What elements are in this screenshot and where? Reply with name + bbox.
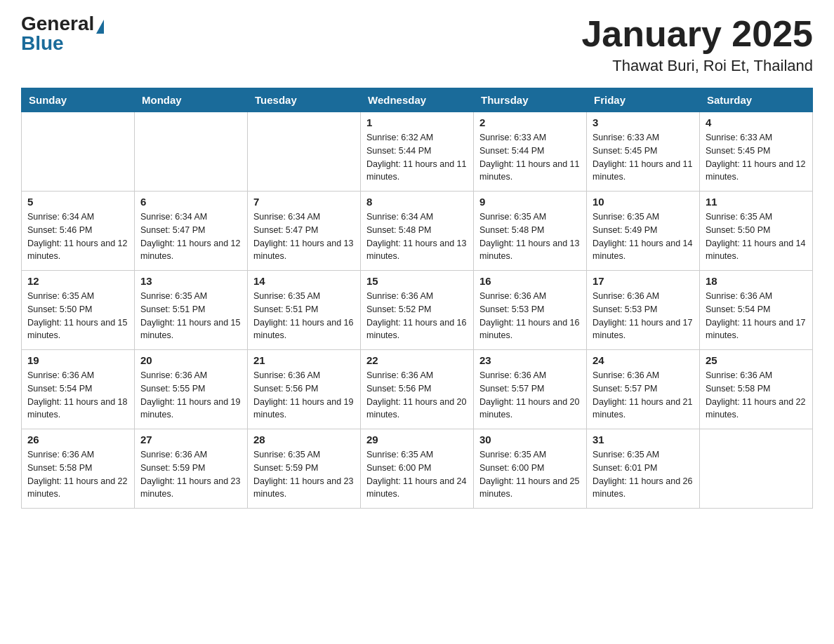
daylight-text: Daylight: 11 hours and 23 minutes.: [253, 475, 355, 502]
day-number: 15: [366, 275, 468, 287]
day-number: 4: [706, 116, 807, 128]
day-number: 6: [140, 196, 241, 208]
day-number: 3: [593, 116, 694, 128]
day-number: 9: [479, 196, 581, 208]
logo-triangle-icon: [96, 20, 104, 34]
sunset-text: Sunset: 5:57 PM: [593, 382, 694, 396]
page-title: January 2025: [581, 14, 813, 54]
sunset-text: Sunset: 5:52 PM: [366, 303, 468, 316]
sunrise-text: Sunrise: 6:35 AM: [140, 290, 241, 303]
table-row: 21Sunrise: 6:36 AMSunset: 5:56 PMDayligh…: [248, 350, 361, 429]
day-number: 31: [593, 434, 694, 445]
daylight-text: Daylight: 11 hours and 19 minutes.: [253, 396, 355, 422]
sunrise-text: Sunrise: 6:33 AM: [479, 131, 581, 145]
table-row: 20Sunrise: 6:36 AMSunset: 5:55 PMDayligh…: [135, 350, 248, 429]
table-row: 5Sunrise: 6:34 AMSunset: 5:46 PMDaylight…: [22, 192, 135, 271]
table-row: 15Sunrise: 6:36 AMSunset: 5:52 PMDayligh…: [361, 271, 474, 350]
sunset-text: Sunset: 5:49 PM: [593, 224, 694, 237]
table-row: 27Sunrise: 6:36 AMSunset: 5:59 PMDayligh…: [135, 429, 248, 509]
day-number: 16: [479, 275, 581, 287]
day-info: Sunrise: 6:34 AMSunset: 5:47 PMDaylight:…: [253, 210, 355, 263]
sunset-text: Sunset: 5:44 PM: [366, 145, 468, 158]
sunset-text: Sunset: 5:59 PM: [253, 462, 355, 475]
table-row: 13Sunrise: 6:35 AMSunset: 5:51 PMDayligh…: [135, 271, 248, 350]
day-info: Sunrise: 6:35 AMSunset: 5:48 PMDaylight:…: [479, 210, 581, 263]
daylight-text: Daylight: 11 hours and 23 minutes.: [140, 475, 241, 502]
table-row: [135, 112, 248, 192]
day-number: 17: [593, 275, 694, 287]
sunrise-text: Sunrise: 6:34 AM: [140, 210, 241, 224]
day-number: 8: [366, 196, 468, 208]
sunset-text: Sunset: 5:51 PM: [140, 303, 241, 316]
table-row: [700, 429, 813, 509]
daylight-text: Daylight: 11 hours and 16 minutes.: [253, 316, 355, 343]
sunset-text: Sunset: 5:50 PM: [27, 303, 128, 316]
day-number: 21: [253, 354, 355, 366]
daylight-text: Daylight: 11 hours and 16 minutes.: [479, 316, 581, 343]
col-monday: Monday: [135, 88, 248, 112]
sunset-text: Sunset: 5:47 PM: [253, 224, 355, 237]
calendar-table: Sunday Monday Tuesday Wednesday Thursday…: [21, 88, 813, 509]
sunrise-text: Sunrise: 6:35 AM: [366, 448, 468, 462]
sunrise-text: Sunrise: 6:36 AM: [479, 290, 581, 303]
daylight-text: Daylight: 11 hours and 11 minutes.: [593, 158, 694, 185]
table-row: 25Sunrise: 6:36 AMSunset: 5:58 PMDayligh…: [700, 350, 813, 429]
day-info: Sunrise: 6:36 AMSunset: 5:55 PMDaylight:…: [140, 369, 241, 422]
daylight-text: Daylight: 11 hours and 20 minutes.: [479, 396, 581, 422]
sunset-text: Sunset: 5:53 PM: [593, 303, 694, 316]
table-row: 4Sunrise: 6:33 AMSunset: 5:45 PMDaylight…: [700, 112, 813, 192]
table-row: [248, 112, 361, 192]
day-number: 1: [366, 116, 468, 128]
col-wednesday: Wednesday: [361, 88, 474, 112]
sunrise-text: Sunrise: 6:33 AM: [706, 131, 807, 145]
page-subtitle: Thawat Buri, Roi Et, Thailand: [581, 57, 813, 75]
day-info: Sunrise: 6:34 AMSunset: 5:48 PMDaylight:…: [366, 210, 468, 263]
daylight-text: Daylight: 11 hours and 14 minutes.: [593, 237, 694, 264]
sunrise-text: Sunrise: 6:36 AM: [706, 290, 807, 303]
sunset-text: Sunset: 5:45 PM: [706, 145, 807, 158]
sunrise-text: Sunrise: 6:36 AM: [593, 369, 694, 382]
sunset-text: Sunset: 5:44 PM: [479, 145, 581, 158]
daylight-text: Daylight: 11 hours and 18 minutes.: [27, 396, 128, 422]
sunset-text: Sunset: 5:48 PM: [366, 224, 468, 237]
table-row: 6Sunrise: 6:34 AMSunset: 5:47 PMDaylight…: [135, 192, 248, 271]
sunrise-text: Sunrise: 6:35 AM: [479, 448, 581, 462]
table-row: 9Sunrise: 6:35 AMSunset: 5:48 PMDaylight…: [474, 192, 587, 271]
sunset-text: Sunset: 6:00 PM: [366, 462, 468, 475]
sunrise-text: Sunrise: 6:36 AM: [479, 369, 581, 382]
day-number: 10: [593, 196, 694, 208]
daylight-text: Daylight: 11 hours and 17 minutes.: [593, 316, 694, 343]
sunrise-text: Sunrise: 6:34 AM: [253, 210, 355, 224]
day-info: Sunrise: 6:36 AMSunset: 5:58 PMDaylight:…: [27, 448, 128, 501]
page-header: General Blue January 2025 Thawat Buri, R…: [21, 14, 813, 75]
sunrise-text: Sunrise: 6:36 AM: [27, 448, 128, 462]
sunrise-text: Sunrise: 6:35 AM: [593, 448, 694, 462]
day-info: Sunrise: 6:36 AMSunset: 5:58 PMDaylight:…: [706, 369, 807, 422]
sunrise-text: Sunrise: 6:32 AM: [366, 131, 468, 145]
calendar-week-row: 26Sunrise: 6:36 AMSunset: 5:58 PMDayligh…: [22, 429, 813, 509]
day-info: Sunrise: 6:36 AMSunset: 5:57 PMDaylight:…: [479, 369, 581, 422]
col-friday: Friday: [587, 88, 700, 112]
day-number: 22: [366, 354, 468, 366]
sunset-text: Sunset: 5:54 PM: [27, 382, 128, 396]
col-sunday: Sunday: [22, 88, 135, 112]
day-info: Sunrise: 6:32 AMSunset: 5:44 PMDaylight:…: [366, 131, 468, 184]
sunrise-text: Sunrise: 6:36 AM: [140, 448, 241, 462]
table-row: 19Sunrise: 6:36 AMSunset: 5:54 PMDayligh…: [22, 350, 135, 429]
table-row: 3Sunrise: 6:33 AMSunset: 5:45 PMDaylight…: [587, 112, 700, 192]
table-row: 8Sunrise: 6:34 AMSunset: 5:48 PMDaylight…: [361, 192, 474, 271]
day-info: Sunrise: 6:35 AMSunset: 5:59 PMDaylight:…: [253, 448, 355, 501]
daylight-text: Daylight: 11 hours and 21 minutes.: [593, 396, 694, 422]
day-number: 26: [27, 434, 128, 445]
sunrise-text: Sunrise: 6:36 AM: [593, 290, 694, 303]
day-number: 12: [27, 275, 128, 287]
sunset-text: Sunset: 5:46 PM: [27, 224, 128, 237]
day-number: 24: [593, 354, 694, 366]
daylight-text: Daylight: 11 hours and 13 minutes.: [479, 237, 581, 264]
day-info: Sunrise: 6:36 AMSunset: 5:54 PMDaylight:…: [27, 369, 128, 422]
day-info: Sunrise: 6:36 AMSunset: 5:53 PMDaylight:…: [479, 290, 581, 342]
day-number: 7: [253, 196, 355, 208]
table-row: 26Sunrise: 6:36 AMSunset: 5:58 PMDayligh…: [22, 429, 135, 509]
daylight-text: Daylight: 11 hours and 15 minutes.: [140, 316, 241, 343]
day-info: Sunrise: 6:35 AMSunset: 5:51 PMDaylight:…: [140, 290, 241, 342]
